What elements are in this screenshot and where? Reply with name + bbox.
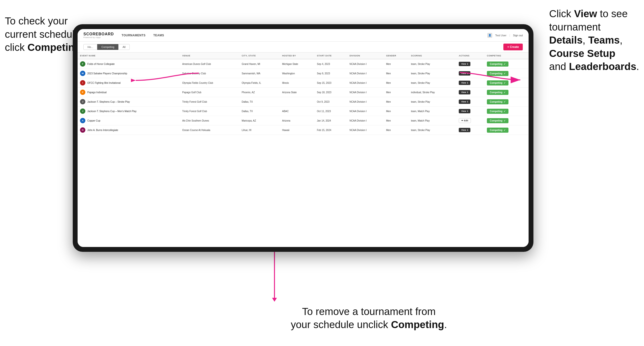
filter-bar: Ho... Competing All + Create bbox=[78, 42, 528, 52]
action-cell[interactable]: View ℹ bbox=[456, 97, 484, 107]
col-actions: ACTIONS bbox=[456, 52, 484, 59]
start-date-cell: Jan 14, 2024 bbox=[314, 116, 347, 125]
tab-competing[interactable]: Competing bbox=[97, 44, 118, 50]
col-scoring: SCORING bbox=[408, 52, 456, 59]
tablet-frame: SCOREBOARD Powered by clippi TOURNAMENTS… bbox=[73, 24, 534, 252]
nav-teams[interactable]: TEAMS bbox=[153, 33, 164, 38]
competing-cell[interactable]: Competing ✓ bbox=[484, 116, 528, 125]
competing-button[interactable]: Competing ✓ bbox=[487, 90, 508, 95]
view-button[interactable]: View ℹ bbox=[459, 90, 470, 94]
venue-cell: American Dunes Golf Club bbox=[180, 59, 239, 69]
venue-cell: Trinity Forest Golf Club bbox=[180, 107, 239, 116]
tab-all[interactable]: All bbox=[118, 44, 130, 50]
nav-tournaments[interactable]: TOURNAMENTS bbox=[122, 33, 146, 38]
col-division: DIVISION bbox=[347, 52, 384, 59]
tab-home[interactable]: Ho... bbox=[84, 44, 97, 50]
edit-button[interactable]: ✏ Edit bbox=[459, 118, 471, 123]
start-date-cell: Feb 15, 2024 bbox=[314, 125, 347, 135]
tablet-screen: SCOREBOARD Powered by clippi TOURNAMENTS… bbox=[78, 29, 528, 247]
scoring-cell: team, Stroke Play bbox=[408, 97, 456, 107]
action-cell[interactable]: ✏ Edit bbox=[456, 116, 484, 125]
city-state-cell: Maricopa, AZ bbox=[239, 116, 280, 125]
gender-cell: Men bbox=[384, 78, 408, 88]
competing-cell[interactable]: Competing ✓ bbox=[484, 88, 528, 97]
competing-button[interactable]: Competing ✓ bbox=[487, 61, 508, 67]
view-button[interactable]: View ℹ bbox=[459, 128, 470, 132]
table-row: H John A. Burns Intercollegiate Ocean Co… bbox=[78, 125, 528, 135]
arrow-to-view bbox=[457, 68, 525, 87]
table-row: F Folds of Honor Collegiate American Dun… bbox=[78, 59, 528, 69]
competing-button[interactable]: Competing ✓ bbox=[487, 109, 508, 114]
division-cell: NCAA Division I bbox=[347, 125, 384, 135]
city-state-cell: Lihue, HI bbox=[239, 125, 280, 135]
app-header: SCOREBOARD Powered by clippi TOURNAMENTS… bbox=[78, 29, 528, 42]
event-name-cell-4: J Jackson T. Stephens Cup – Stroke Play bbox=[78, 97, 180, 107]
event-name-cell-0: F Folds of Honor Collegiate bbox=[78, 59, 180, 69]
filter-tabs: Ho... Competing All bbox=[84, 44, 130, 50]
start-date-cell: Sep 9, 2023 bbox=[314, 69, 347, 78]
annotation-left: To check your current schedule, click Co… bbox=[5, 14, 84, 54]
event-name: Jackson T. Stephens Cup – Men's Match Pl… bbox=[87, 110, 136, 113]
competing-cell[interactable]: Competing ✓ bbox=[484, 125, 528, 135]
division-cell: NCAA Division I bbox=[347, 69, 384, 78]
competing-button[interactable]: Competing ✓ bbox=[487, 128, 508, 133]
event-name: Folds of Honor Collegiate bbox=[87, 63, 115, 65]
annotation-right: Click View to see tournament Details, Te… bbox=[549, 7, 639, 73]
view-button[interactable]: View ℹ bbox=[459, 109, 470, 113]
gender-cell: Men bbox=[384, 97, 408, 107]
division-cell: NCAA Division I bbox=[347, 97, 384, 107]
scoring-cell: team, Stroke Play bbox=[408, 78, 456, 88]
view-button[interactable]: View ℹ bbox=[459, 62, 470, 66]
header-left: SCOREBOARD Powered by clippi TOURNAMENTS… bbox=[84, 32, 164, 38]
venue-cell: Ak-Chin Southern Dunes bbox=[180, 116, 239, 125]
city-state-cell: Dallas, TX bbox=[239, 107, 280, 116]
event-name-cell-5: J Jackson T. Stephens Cup – Men's Match … bbox=[78, 107, 180, 116]
event-name-cell-3: P Papago Individual bbox=[78, 88, 180, 97]
arrow-to-competing bbox=[131, 68, 204, 88]
create-button[interactable]: + Create bbox=[503, 44, 523, 50]
view-button[interactable]: View ℹ bbox=[459, 100, 470, 104]
user-label: Test User bbox=[495, 34, 506, 37]
action-cell[interactable]: View ℹ bbox=[456, 107, 484, 116]
table-row: P Papago Individual Papago Golf ClubPhoe… bbox=[78, 88, 528, 97]
gender-cell: Men bbox=[384, 59, 408, 69]
action-cell[interactable]: View ℹ bbox=[456, 88, 484, 97]
arrow-to-bottom-competing bbox=[274, 250, 275, 299]
gender-cell: Men bbox=[384, 88, 408, 97]
action-cell[interactable]: View ℹ bbox=[456, 125, 484, 135]
col-event-name: EVENT NAME bbox=[78, 52, 180, 59]
competing-cell[interactable]: Competing ✓ bbox=[484, 59, 528, 69]
competing-button[interactable]: Competing ✓ bbox=[487, 99, 508, 104]
table-row: J Jackson T. Stephens Cup – Stroke Play … bbox=[78, 97, 528, 107]
scoring-cell: team, Stroke Play bbox=[408, 125, 456, 135]
division-cell: NCAA Division I bbox=[347, 78, 384, 88]
scoring-cell: team, Stroke Play bbox=[408, 69, 456, 78]
division-cell: NCAA Division I bbox=[347, 116, 384, 125]
table-header-row: EVENT NAME VENUE CITY, STATE HOSTED BY S… bbox=[78, 52, 528, 59]
competing-button[interactable]: Competing ✓ bbox=[487, 118, 508, 123]
action-cell[interactable]: View ℹ bbox=[456, 59, 484, 69]
hosted-by-cell bbox=[280, 97, 315, 107]
city-state-cell: Sammamish, WA bbox=[239, 69, 280, 78]
competing-cell[interactable]: Competing ✓ bbox=[484, 97, 528, 107]
competing-cell[interactable]: Competing ✓ bbox=[484, 107, 528, 116]
col-venue: VENUE bbox=[180, 52, 239, 59]
team-logo: P bbox=[80, 90, 85, 95]
gender-cell: Men bbox=[384, 125, 408, 135]
col-start-date: START DATE bbox=[314, 52, 347, 59]
team-logo: A bbox=[80, 118, 85, 123]
city-state-cell: Olympia Fields, IL bbox=[239, 78, 280, 88]
sign-out-link[interactable]: Sign out bbox=[513, 34, 523, 37]
city-state-cell: Dallas, TX bbox=[239, 97, 280, 107]
scoreboard-logo: SCOREBOARD Powered by clippi bbox=[84, 32, 114, 38]
event-name: Papago Individual bbox=[87, 91, 107, 94]
logo-subtitle: Powered by clippi bbox=[84, 36, 114, 38]
col-hosted-by: HOSTED BY bbox=[280, 52, 315, 59]
scoring-cell: individual, Stroke Play bbox=[408, 88, 456, 97]
team-logo: F bbox=[80, 61, 85, 67]
start-date-cell: Oct 11, 2023 bbox=[314, 107, 347, 116]
hosted-by-cell: Arizona bbox=[280, 116, 315, 125]
start-date-cell: Sep 18, 2023 bbox=[314, 88, 347, 97]
user-icon: 👤 bbox=[487, 33, 492, 38]
hosted-by-cell: Arizona State bbox=[280, 88, 315, 97]
